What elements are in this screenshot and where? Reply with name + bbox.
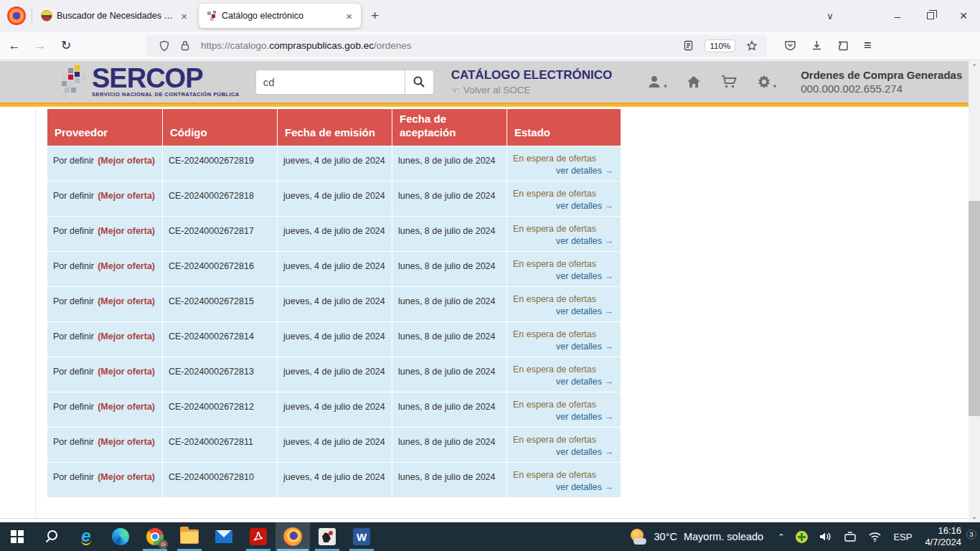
tray-chevron-up-icon[interactable]: ⌃ [778, 532, 784, 542]
java-app-icon [319, 528, 336, 545]
status-text: En espera de ofertas [513, 329, 615, 340]
volver-al-soce-link[interactable]: ☜Volver al SOCE [451, 85, 612, 96]
orders-content: Proveedor Código Fecha de emisión Fecha … [0, 107, 969, 522]
settings-menu[interactable]: ▾ [756, 74, 777, 90]
ver-detalles-link[interactable]: ver detalles → [513, 412, 615, 423]
close-tab-icon[interactable]: × [343, 10, 355, 22]
firefox-button[interactable] [275, 522, 310, 551]
acceptance-date-cell: lunes, 8 de julio de 2024 [392, 392, 507, 427]
pocket-icon[interactable] [784, 39, 796, 52]
best-offer-label: (Mejor oferta) [98, 331, 155, 357]
language-indicator[interactable]: ESP [893, 532, 912, 542]
content-left-border [35, 107, 36, 518]
orders-table: Proveedor Código Fecha de emisión Fecha … [47, 109, 621, 497]
window-controls: ∨ – × [814, 0, 980, 32]
sercop-logo[interactable]: SERCOP SERVICIO NACIONAL DE CONTRATACIÓN… [62, 65, 240, 98]
scrollbar-thumb[interactable] [969, 201, 980, 416]
new-tab-button[interactable]: + [362, 6, 387, 25]
ver-detalles-link[interactable]: ver detalles → [513, 166, 615, 176]
ver-detalles-link[interactable]: ver detalles → [513, 306, 615, 317]
best-offer-label: (Mejor oferta) [98, 156, 155, 181]
provider-cell: Por definir (Mejor oferta) [47, 252, 162, 286]
menu-icon[interactable]: ≡ [864, 38, 872, 53]
status-cell: En espera de ofertas ver detalles → [507, 252, 621, 286]
chrome-button[interactable]: G [138, 522, 172, 551]
minimize-button[interactable]: – [881, 0, 914, 32]
ver-detalles-link[interactable]: ver detalles → [513, 271, 615, 282]
wifi-icon[interactable] [868, 532, 882, 542]
ver-detalles-link[interactable]: ver detalles → [513, 236, 615, 247]
scroll-up-icon[interactable]: ⌃ [969, 61, 980, 72]
provider-cell: Por definir (Mejor oferta) [47, 287, 162, 321]
lock-icon[interactable] [180, 40, 190, 51]
clock[interactable]: 16:16 4/7/2024 [925, 525, 961, 548]
emission-date-cell: jueves, 4 de julio de 2024 [278, 357, 392, 392]
internet-explorer-button[interactable]: e [69, 522, 103, 551]
list-all-tabs-icon[interactable]: ∨ [814, 0, 847, 32]
restore-button[interactable] [914, 0, 947, 32]
word-icon: W [353, 528, 370, 545]
ver-detalles-link[interactable]: ver detalles → [513, 377, 615, 387]
header-nav-icons: ▾ ▾ [646, 74, 776, 90]
acrobat-button[interactable] [241, 522, 275, 551]
vertical-scrollbar[interactable]: ⌃ ⌄ [969, 61, 980, 522]
firefox-view-icon[interactable] [7, 6, 26, 25]
forward-icon[interactable]: → [29, 35, 52, 57]
tracking-shield-icon[interactable] [159, 40, 170, 52]
code-cell: CE-20240002672815 [163, 287, 277, 321]
word-button[interactable]: W [344, 522, 379, 551]
provider-text: Por definir [53, 367, 94, 392]
tab-buscador-necesidades[interactable]: Buscador de Necesidades de Co × [34, 4, 196, 28]
home-button[interactable] [686, 74, 702, 90]
profile-badge: G [159, 540, 168, 549]
zoom-level[interactable]: 110% [705, 39, 735, 52]
close-tab-icon[interactable]: × [178, 10, 190, 22]
tab-catalogo-electronico[interactable]: Catálogo electrónico × [199, 4, 361, 28]
start-button[interactable] [0, 522, 34, 551]
ver-detalles-link[interactable]: ver detalles → [513, 482, 615, 493]
extensions-icon[interactable] [837, 39, 849, 52]
sercop-tagline: SERVICIO NACIONAL DE CONTRATACIÓN PÚBLIC… [92, 91, 240, 98]
weather-widget[interactable]: 30°C Mayorm. soleado [621, 522, 773, 551]
file-explorer-button[interactable] [172, 522, 207, 551]
ver-detalles-link[interactable]: ver detalles → [513, 201, 615, 212]
url-bar[interactable]: https://catalogo.compraspublicas.gob.ec/… [146, 35, 767, 57]
code-cell: CE-20240002672810 [163, 463, 277, 497]
table-row: Por definir (Mejor oferta) CE-2024000267… [47, 322, 621, 357]
mail-button[interactable] [207, 522, 241, 551]
user-menu[interactable]: ▾ [646, 74, 667, 90]
wireless-display-icon[interactable] [844, 531, 857, 542]
taskbar-search-button[interactable] [34, 522, 69, 551]
bookmark-star-icon[interactable] [746, 40, 758, 52]
chevron-down-icon: ▾ [773, 83, 777, 90]
edge-icon [112, 528, 129, 545]
provider-text: Por definir [53, 226, 94, 251]
page-content: SERCOP SERVICIO NACIONAL DE CONTRATACIÓN… [0, 61, 969, 522]
ver-detalles-link[interactable]: ver detalles → [513, 447, 615, 458]
arrow-right-icon: → [605, 166, 614, 176]
restore-icon [927, 12, 934, 19]
reader-mode-icon[interactable] [683, 40, 694, 51]
firefox-icon [283, 527, 302, 546]
edge-button[interactable] [103, 522, 138, 551]
scroll-down-icon[interactable]: ⌄ [969, 511, 980, 522]
emission-date-cell: jueves, 4 de julio de 2024 [278, 428, 392, 462]
ver-detalles-link[interactable]: ver detalles → [513, 342, 615, 352]
antivirus-tray-icon[interactable] [796, 531, 808, 543]
mail-icon [215, 530, 232, 543]
downloads-icon[interactable] [811, 39, 823, 52]
cart-icon [720, 74, 738, 90]
volume-icon[interactable] [819, 531, 832, 542]
search-input[interactable] [255, 70, 405, 95]
close-window-button[interactable]: × [947, 0, 980, 32]
reload-icon[interactable]: ↻ [55, 35, 77, 57]
provider-cell: Por definir (Mejor oferta) [47, 463, 162, 497]
code-cell: CE-20240002672817 [163, 217, 277, 251]
code-cell: CE-20240002672811 [163, 428, 277, 462]
windows-taskbar: e G W 30°C Mayorm. soleado ⌃ [0, 522, 980, 551]
emission-date-cell: jueves, 4 de julio de 2024 [278, 252, 392, 286]
search-button[interactable] [405, 70, 434, 95]
back-icon[interactable]: ← [3, 35, 26, 57]
cart-button[interactable] [720, 74, 738, 90]
java-app-button[interactable] [310, 522, 344, 551]
